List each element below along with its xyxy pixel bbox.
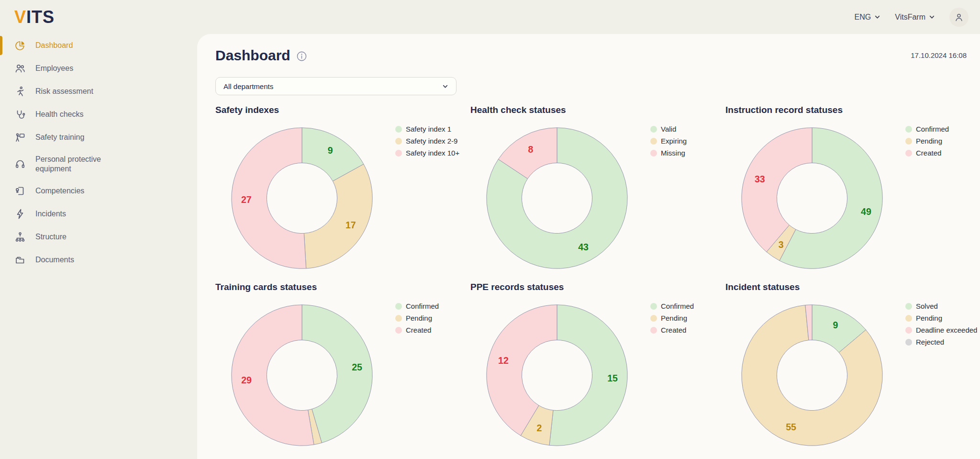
sidebar-item-safety-training[interactable]: Safety training — [0, 126, 197, 149]
sidebar-item-health-checks[interactable]: Health checks — [0, 103, 197, 126]
health-checks-icon — [14, 109, 26, 120]
chart-title: PPE records statuses — [470, 282, 725, 292]
chart-title: Instruction record statuses — [725, 105, 980, 115]
legend-swatch — [395, 150, 402, 157]
app-logo: VITS — [14, 7, 55, 27]
legend-label: Missing — [661, 149, 685, 157]
competencies-icon — [14, 185, 26, 197]
legend-swatch — [650, 315, 657, 322]
charts-grid: Safety indexes91727Safety index 1Safety … — [215, 105, 980, 450]
legend-label: Confirmed — [661, 302, 694, 310]
chart-body: 91727Safety index 1Safety index 2-9Safet… — [215, 123, 470, 273]
donut-chart: 49333 — [737, 123, 887, 273]
legend-label: Created — [661, 326, 686, 334]
sidebar-item-dashboard[interactable]: Dashboard — [0, 34, 197, 57]
sidebar-item-incidents[interactable]: Incidents — [0, 202, 197, 225]
sidebar-item-label: Competencies — [35, 186, 84, 196]
legend-entry: Deadline exceeded — [905, 326, 977, 334]
legend-swatch — [650, 126, 657, 133]
chart-card-training-cards-statuses: Training cards statuses2529ConfirmedPend… — [215, 282, 470, 450]
donut-value-label: 49 — [861, 206, 871, 217]
legend-label: Safety index 1 — [406, 125, 451, 133]
sidebar-item-competencies[interactable]: Competencies — [0, 179, 197, 202]
legend-swatch — [905, 303, 912, 310]
legend-entry: Missing — [650, 149, 687, 157]
legend-swatch — [905, 126, 912, 133]
legend-label: Safety index 2-9 — [406, 137, 457, 145]
legend-entry: Safety index 1 — [395, 125, 459, 133]
legend-label: Safety index 10+ — [406, 149, 459, 157]
legend-entry: Pending — [905, 137, 949, 145]
chart-title: Training cards statuses — [215, 282, 470, 292]
legend-swatch — [905, 150, 912, 157]
sidebar-item-structure[interactable]: Structure — [0, 225, 197, 248]
chart-card-ppe-records-statuses: PPE records statuses15212ConfirmedPendin… — [470, 282, 725, 450]
sidebar-item-label: Health checks — [35, 110, 84, 119]
donut-value-label: 25 — [352, 362, 362, 372]
timestamp: 17.10.2024 16:08 — [911, 51, 967, 59]
donut-value-label: 9 — [833, 320, 838, 330]
legend-label: Pending — [406, 314, 432, 322]
legend-entry: Pending — [395, 314, 439, 322]
legend-label: Solved — [916, 302, 938, 310]
legend-label: Rejected — [916, 338, 944, 346]
legend-entry: Confirmed — [905, 125, 949, 133]
sidebar-item-risk-assessment[interactable]: Risk assessment — [0, 80, 197, 103]
chart-body: 15212ConfirmedPendingCreated — [470, 300, 725, 450]
chart-card-health-check-statuses: Health check statuses438ValidExpiringMis… — [470, 105, 725, 273]
donut-chart: 91727 — [227, 123, 377, 273]
legend-label: Created — [916, 149, 941, 157]
legend-entry: Confirmed — [395, 302, 439, 310]
legend-entry: Created — [905, 149, 949, 157]
top-bar-right: ENG VitsFarm — [855, 8, 969, 27]
donut-value-label: 17 — [345, 220, 356, 230]
language-label: ENG — [855, 13, 871, 22]
sidebar-item-documents[interactable]: Documents — [0, 248, 197, 271]
page-title: Dashboard — [215, 47, 290, 64]
chart-title: Safety indexes — [215, 105, 470, 115]
dashboard-icon — [14, 40, 26, 51]
risk-assessment-icon — [14, 86, 26, 97]
sidebar-item-employees[interactable]: Employees — [0, 57, 197, 80]
sidebar-item-label: Documents — [35, 255, 74, 265]
language-selector[interactable]: ENG — [855, 13, 881, 22]
donut-value-label: 2 — [536, 423, 542, 433]
organization-selector[interactable]: VitsFarm — [895, 13, 935, 22]
legend-label: Deadline exceeded — [916, 326, 977, 334]
legend-swatch — [905, 138, 912, 145]
legend-label: Valid — [661, 125, 676, 133]
donut-value-label: 43 — [578, 242, 589, 252]
legend-label: Confirmed — [916, 125, 949, 133]
sidebar-item-label: Personal protective equipment — [35, 155, 124, 174]
chart-title: Health check statuses — [470, 105, 725, 115]
legend-label: Pending — [916, 314, 942, 322]
chart-title: Incident statuses — [725, 282, 980, 292]
legend-swatch — [650, 303, 657, 310]
logo-accent-letter: V — [14, 7, 26, 27]
donut-value-label: 15 — [607, 373, 618, 383]
person-icon — [954, 12, 964, 22]
donut-value-label: 3 — [779, 239, 784, 250]
chart-legend: SolvedPendingDeadline exceededRejected — [905, 302, 977, 450]
legend-swatch — [905, 327, 912, 334]
sidebar-item-personal-protective-equipment[interactable]: Personal protective equipment — [0, 149, 197, 179]
department-filter-select[interactable]: All departments — [215, 77, 457, 95]
legend-entry: Safety index 2-9 — [395, 137, 459, 145]
user-avatar-button[interactable] — [949, 8, 969, 27]
chart-body: 2529ConfirmedPendingCreated — [215, 300, 470, 450]
chart-card-incident-statuses: Incident statuses955SolvedPendingDeadlin… — [725, 282, 980, 450]
donut-chart: 15212 — [482, 300, 632, 450]
legend-swatch — [395, 138, 402, 145]
sidebar-nav: DashboardEmployeesRisk assessmentHealth … — [0, 34, 197, 271]
legend-entry: Pending — [905, 314, 977, 322]
ppe-icon — [14, 158, 26, 170]
donut-slice — [304, 164, 372, 269]
donut-chart: 955 — [737, 300, 887, 450]
donut-value-label: 33 — [755, 174, 765, 184]
info-icon[interactable] — [296, 51, 307, 62]
donut-chart: 438 — [482, 123, 632, 273]
legend-swatch — [905, 315, 912, 322]
chart-legend: Safety index 1Safety index 2-9Safety ind… — [395, 125, 459, 273]
incidents-icon — [14, 208, 26, 220]
legend-entry: Created — [395, 326, 439, 334]
